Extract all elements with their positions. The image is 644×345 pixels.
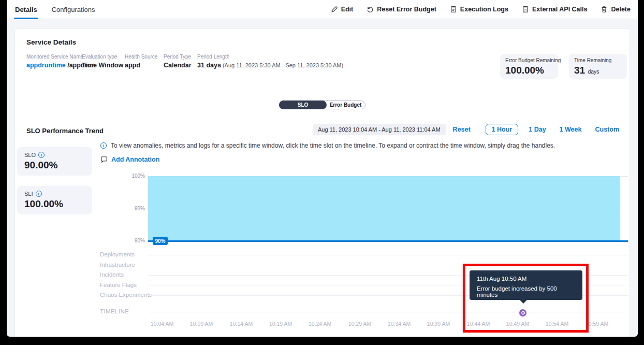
x-tick: 10:14 AM [223, 321, 259, 327]
field-value: Calendar [164, 62, 192, 69]
execution-logs-label: Execution Logs [460, 6, 508, 13]
document-lines-icon [522, 6, 529, 13]
tab-details[interactable]: Details [14, 0, 38, 19]
sli-label: SLI [24, 191, 33, 197]
slo-info-icon[interactable]: i [38, 152, 45, 158]
trend-controls: Aug 11, 2023 10:04 AM - Aug 11, 2023 11:… [313, 124, 622, 135]
error-budget-remaining-label: Error Budget Remaining [505, 58, 553, 63]
app-window: Details Configurations Edit Reset Error … [7, 0, 638, 337]
slo-objective-badge: 90% [153, 237, 168, 245]
x-tick: 10:54 AM [539, 321, 575, 327]
range-1-hour[interactable]: 1 Hour [486, 124, 519, 135]
reset-error-budget-button[interactable]: Reset Error Budget [367, 6, 436, 13]
slo-card: SLOi 90.00% [17, 147, 92, 176]
lane-line [148, 255, 628, 255]
range-1-week[interactable]: 1 Week [557, 124, 585, 135]
slo-objective-line [148, 240, 628, 242]
field-health-source: Health Source appd [125, 54, 157, 69]
field-label: Health Source [125, 54, 157, 60]
external-api-calls-button[interactable]: External API Calls [522, 6, 588, 13]
lane-feature-flags: Feature Flags [100, 282, 137, 288]
reset-link[interactable]: Reset [453, 126, 471, 133]
y-tick-90: 90% [15, 238, 145, 243]
range-custom[interactable]: Custom [592, 124, 622, 135]
info-icon: i [100, 142, 107, 149]
x-tick: 10:04 AM [144, 321, 180, 327]
field-label: Evaluation type [82, 54, 123, 60]
tooltip-caret [519, 299, 528, 304]
info-banner: i To view anomalies, metrics and logs fo… [100, 142, 555, 149]
range-1-day[interactable]: 1 Day [525, 124, 549, 135]
pencil-icon [331, 6, 338, 13]
field-value: 31 days [197, 62, 221, 69]
content-card: Service Details Monitored Service Name a… [14, 28, 630, 337]
reset-icon [367, 6, 374, 13]
slo-error-budget-toggle: SLO Error Budget [279, 100, 365, 109]
reset-error-budget-label: Reset Error Budget [377, 6, 436, 13]
time-remaining-card: Time Remaining 31 days [569, 54, 627, 79]
date-range-chip[interactable]: Aug 11, 2023 10:04 AM - Aug 11, 2023 11:… [313, 124, 446, 135]
x-tick: 10:44 AM [460, 321, 496, 327]
x-tick: 10:49 AM [500, 321, 536, 327]
field-value: Time Window [82, 62, 123, 69]
period-length-note: (Aug 11, 2023 5:30 AM - Sep 11, 2023 5:3… [221, 62, 343, 68]
x-tick: 10:39 AM [420, 321, 457, 327]
edit-button[interactable]: Edit [331, 6, 354, 13]
divider [478, 124, 478, 135]
x-tick: 10:34 AM [381, 321, 417, 327]
info-text: To view anomalies, metrics and logs for … [111, 142, 555, 149]
field-evaluation-type: Evaluation type Time Window [82, 54, 123, 69]
tooltip-timestamp: 11th Aug 10:50 AM [477, 276, 575, 282]
annotation-marker-icon[interactable] [519, 309, 526, 317]
monitored-service-link[interactable]: appdruntime [26, 62, 66, 69]
slo-label: SLO [24, 152, 36, 158]
toggle-error-budget[interactable]: Error Budget [326, 101, 365, 109]
slo-performance-area[interactable] [148, 176, 620, 241]
tab-configurations[interactable]: Configurations [51, 0, 96, 19]
annotation-tooltip: 11th Aug 10:50 AM Error budget increased… [470, 270, 582, 300]
add-annotation-button[interactable]: Add Annotation [100, 156, 159, 163]
trash-icon [601, 6, 608, 13]
timeline-line[interactable] [148, 312, 628, 312]
error-budget-remaining-value: 100.00% [505, 65, 553, 76]
x-tick: 10:19 AM [262, 321, 299, 327]
field-value: appd [125, 62, 157, 69]
time-remaining-label: Time Remaining [574, 58, 622, 63]
tooltip-message: Error budget increased by 500 minutes [477, 285, 575, 298]
slo-value: 90.00% [24, 160, 85, 171]
time-remaining-value: 31 [574, 65, 585, 76]
field-label: Period Type [164, 54, 192, 60]
error-budget-remaining-card: Error Budget Remaining 100.00% [500, 54, 558, 79]
toggle-slo[interactable]: SLO [279, 100, 327, 109]
lane-chaos-experiments: Chaos Experiments [100, 292, 152, 298]
y-tick-100: 100% [15, 173, 145, 179]
tab-bar: Details Configurations Edit Reset Error … [7, 0, 638, 19]
lane-infrastructure: Infrastructure [100, 262, 135, 268]
time-remaining-unit: days [588, 68, 599, 75]
x-tick: 10:24 AM [302, 321, 338, 327]
edit-label: Edit [341, 6, 354, 13]
lane-line [148, 265, 628, 265]
delete-label: Delete [611, 6, 631, 13]
sli-info-icon[interactable]: i [36, 191, 42, 197]
execution-logs-button[interactable]: Execution Logs [450, 6, 508, 13]
x-tick: 10:29 AM [342, 321, 378, 327]
add-annotation-label: Add Annotation [111, 156, 159, 163]
field-period-length: Period Length 31 days (Aug 11, 2023 5:30… [197, 54, 343, 69]
timeline-label: TIMELINE [100, 308, 129, 314]
lane-deployments: Deployments [100, 251, 135, 257]
external-api-calls-label: External API Calls [532, 6, 588, 13]
service-details-title: Service Details [26, 38, 76, 46]
delete-button[interactable]: Delete [601, 6, 631, 13]
x-tick: 10:09 AM [183, 321, 219, 327]
lane-incidents: Incidents [100, 271, 124, 278]
toolbar: Edit Reset Error Budget Execution Logs E… [331, 6, 631, 13]
field-period-type: Period Type Calendar [164, 54, 192, 69]
field-label: Period Length [197, 54, 343, 60]
annotation-bubble-icon [100, 156, 108, 163]
document-icon [450, 6, 457, 13]
trend-title: SLO Performance Trend [26, 127, 104, 135]
x-tick: 10:59 AM [579, 321, 615, 327]
y-tick-95: 95% [15, 206, 145, 211]
